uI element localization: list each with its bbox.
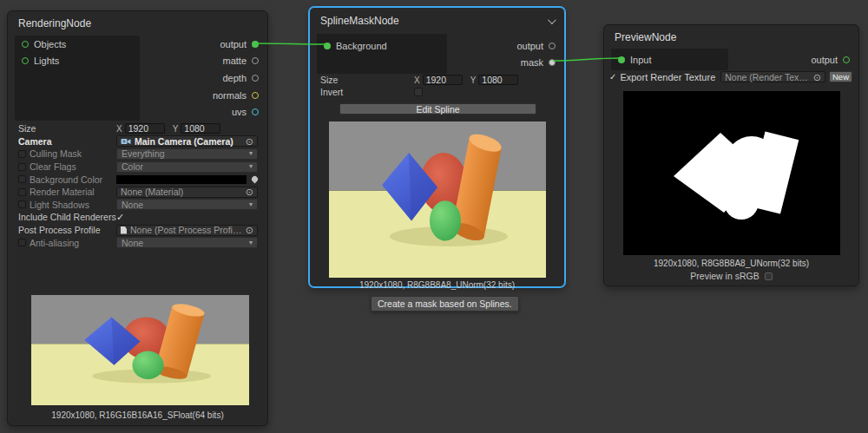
export-render-texture-label: Export Render Texture [620,72,715,82]
port-label: Lights [34,56,59,66]
asset-file-icon [121,226,127,234]
light-shadows-label: Light Shadows [30,200,89,210]
background-color-row: Background Color [8,173,267,186]
input-port-lights[interactable] [22,57,29,64]
spline-mask-node[interactable]: SplineMaskNode Background output mask [309,7,565,287]
chevron-down-icon: ▾ [249,163,253,170]
graph-background[interactable]: RenderingNode Objects output Lights [0,0,868,433]
render-material-row: Render Material None (Material) ⊙ [8,186,267,199]
culling-mask-dropdown[interactable]: Everything ▾ [116,148,258,160]
post-process-profile-value: None (Post Process Profile) [130,225,242,235]
output-port-output[interactable] [549,43,556,49]
render-material-label: Render Material [30,187,95,197]
preview-srgb-row: Preview in sRGB [604,271,858,281]
render-texture-field[interactable]: None (Render Texture) ⊙ [720,71,825,82]
port-label: normals [213,90,247,101]
size-x-input[interactable] [423,75,463,85]
override-checkbox[interactable] [18,239,26,246]
render-material-value: None (Material) [121,187,183,197]
render-texture-value: None (Render Texture) [725,72,810,82]
size-x-input[interactable] [125,123,165,134]
invert-checkbox[interactable] [414,88,423,96]
rendering-node-preview-image [31,295,249,405]
port-label: uvs [232,107,247,117]
size-label: Size [18,123,36,134]
camera-label: Camera [18,136,52,147]
light-shadows-row: Light Shadows None ▾ [8,199,267,212]
collapse-chevron-icon[interactable] [548,16,556,24]
size-y-input[interactable] [181,123,220,134]
output-port-output[interactable] [843,56,850,63]
override-checkbox[interactable] [18,200,26,208]
node-tooltip: Create a mask based on Splines. [371,296,519,312]
chevron-down-icon: ▾ [249,201,253,208]
x-axis-label: X [116,124,122,134]
spline-mask-node-header[interactable]: SplineMaskNode [310,8,564,34]
color-swatch[interactable] [116,175,247,184]
rendering-node-properties: Size X Y Camera [8,122,267,249]
preview-node-mask-image [623,91,840,255]
object-picker-icon[interactable]: ⊙ [246,226,253,234]
eyedropper-icon[interactable] [251,175,260,184]
y-axis-label: Y [173,124,179,134]
post-process-profile-field[interactable]: None (Post Process Profile) ⊙ [116,225,258,236]
clear-flags-dropdown[interactable]: Color ▾ [116,161,258,173]
node-title: PreviewNode [615,31,676,43]
output-port-mask[interactable] [549,59,556,66]
object-picker-icon[interactable]: ⊙ [813,73,821,82]
export-render-texture-checkbox[interactable]: ✓ [609,73,616,82]
input-port-input[interactable] [618,56,625,63]
node-title: RenderingNode [18,17,91,30]
preview-caption: 1920x1080, R16G16B16A16_SFloat(64 bits) [8,410,267,420]
input-port-objects[interactable] [22,41,29,48]
post-process-profile-row: Post Process Profile None (Post Process … [8,224,267,237]
camera-object-field[interactable]: Main Camera (Camera) ⊙ [116,135,258,147]
culling-mask-value: Everything [122,148,165,159]
anti-aliasing-dropdown[interactable]: None ▾ [116,237,258,248]
port-label: mask [521,57,543,68]
output-port-uvs[interactable] [252,108,259,115]
rendering-node[interactable]: RenderingNode Objects output Lights [7,10,268,426]
output-port-normals[interactable] [252,92,259,99]
rendering-node-header[interactable]: RenderingNode [8,11,267,36]
size-y-input[interactable] [478,75,518,85]
edit-spline-button[interactable]: Edit Spline [339,103,536,115]
override-checkbox[interactable] [18,163,26,171]
output-port-depth[interactable] [252,75,259,82]
size-label: Size [320,75,338,85]
clear-flags-value: Color [122,161,143,172]
override-checkbox[interactable] [18,150,26,158]
chevron-down-icon: ▾ [249,239,253,246]
override-checkbox[interactable] [18,175,26,183]
render-material-field[interactable]: None (Material) ⊙ [116,187,258,198]
preview-node-ports: Input output [604,49,858,70]
invert-label: Invert [320,87,343,97]
chevron-down-icon: ▾ [249,150,253,157]
post-process-profile-label: Post Process Profile [18,225,101,235]
include-child-renderers-label: Include Child Renderers [18,212,116,222]
input-port-background[interactable] [324,43,331,49]
output-port-matte[interactable] [252,57,259,64]
output-port-output[interactable] [252,41,259,48]
preview-node[interactable]: PreviewNode Input output ✓ Export Render… [603,24,859,286]
light-shadows-dropdown[interactable]: None ▾ [116,199,258,210]
size-row: Size X Y [8,122,267,135]
anti-aliasing-label: Anti-aliasing [30,238,79,248]
object-picker-icon[interactable]: ⊙ [246,187,253,196]
include-child-renderers-row: Include Child Renderers ✓ [8,211,267,224]
preview-srgb-checkbox[interactable] [765,272,773,280]
port-label: matte [222,56,247,66]
port-label: output [220,39,247,49]
new-render-texture-button[interactable]: New [829,71,852,82]
preview-srgb-label: Preview in sRGB [690,271,759,281]
anti-aliasing-value: None [122,238,143,248]
port-label: Background [336,41,387,51]
override-checkbox[interactable] [18,188,26,196]
object-picker-icon[interactable]: ⊙ [246,137,253,146]
port-label: depth [222,73,247,83]
include-child-renderers-checkbox[interactable]: ✓ [116,213,124,222]
export-render-texture-row: ✓ Export Render Texture None (Render Tex… [604,70,858,83]
preview-node-header[interactable]: PreviewNode [604,25,858,49]
port-label: output [516,41,543,51]
spline-mask-node-ports: Background output mask [310,34,564,74]
